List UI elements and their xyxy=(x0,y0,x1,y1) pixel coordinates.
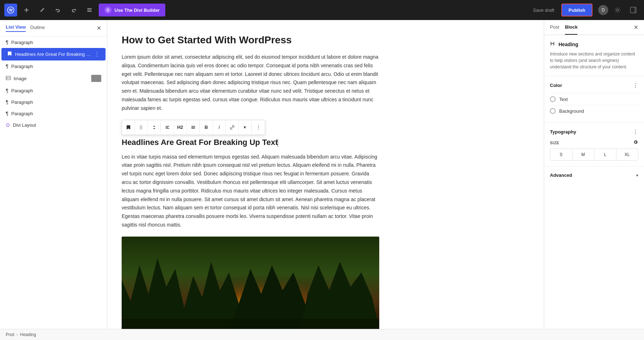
sidebar-item-paragraph-5[interactable]: ¶ Paragraph xyxy=(0,108,107,119)
svg-point-12 xyxy=(140,126,141,126)
sidebar-item-heading[interactable]: Headlines Are Great For Breaking Up T...… xyxy=(1,48,106,60)
heading-block-icon xyxy=(550,41,556,48)
size-l-button[interactable]: L xyxy=(594,149,616,160)
svg-rect-3 xyxy=(24,10,29,10)
toolbar-more-button[interactable]: ⋮ xyxy=(252,120,265,135)
sidebar-item-paragraph-3[interactable]: ¶ Paragraph xyxy=(0,85,107,96)
text-color-radio[interactable] xyxy=(550,96,556,102)
block-toolbar: H2 B I ▾ ⋮ xyxy=(122,120,265,135)
breadcrumb-post-link[interactable]: Post xyxy=(6,332,14,337)
size-buttons-group: S M L XL xyxy=(550,149,638,161)
sidebar-item-divi-layout[interactable]: ⊙ Divi Layout xyxy=(0,119,107,131)
size-s-button[interactable]: S xyxy=(550,149,572,160)
divi-layout-icon: ⊙ xyxy=(6,122,10,128)
svg-rect-23 xyxy=(191,128,195,129)
right-panel-close-button[interactable]: ✕ xyxy=(634,24,638,31)
svg-rect-6 xyxy=(87,11,92,12)
body-paragraph-1[interactable]: Lorem ipsum dolor sit amet, consectetur … xyxy=(122,53,379,113)
wp-logo: W xyxy=(4,4,17,16)
size-xl-button[interactable]: XL xyxy=(616,149,638,160)
sidebar-close-button[interactable]: ✕ xyxy=(97,25,101,31)
list-view-button[interactable] xyxy=(83,4,96,16)
typography-title: Typography xyxy=(550,129,576,135)
color-section-title: Color xyxy=(550,83,562,88)
user-avatar: D xyxy=(598,5,608,15)
block-header: Heading xyxy=(550,41,638,48)
advanced-section: Advanced ▾ xyxy=(544,167,644,184)
sidebar-item-label: Paragraph xyxy=(11,88,101,93)
toolbar-move-button[interactable] xyxy=(148,120,161,135)
typography-more-button[interactable]: ⋮ xyxy=(633,128,638,135)
color-more-button[interactable]: ⋮ xyxy=(633,82,638,89)
advanced-title: Advanced xyxy=(550,173,572,178)
sidebar-item-label: Paragraph xyxy=(11,99,101,105)
size-m-button[interactable]: M xyxy=(572,149,595,160)
toolbar-chevron-button[interactable]: ▾ xyxy=(239,120,252,135)
background-color-row[interactable]: Background xyxy=(550,105,638,117)
size-label: SIZE xyxy=(550,140,638,146)
svg-rect-21 xyxy=(191,126,195,127)
svg-rect-4 xyxy=(87,8,92,9)
paragraph-icon: ¶ xyxy=(6,63,9,69)
block-info-section: Heading Introduce new sections and organ… xyxy=(544,35,644,76)
size-reset-button[interactable] xyxy=(633,140,638,146)
panel-toggle-button[interactable] xyxy=(627,4,640,16)
divi-builder-button[interactable]: D Use The Divi Builder xyxy=(99,4,165,16)
color-section-header: Color ⋮ xyxy=(550,82,638,89)
sidebar-item-label: Paragraph xyxy=(11,40,101,45)
advanced-section-header[interactable]: Advanced ▾ xyxy=(550,173,638,178)
save-draft-button[interactable]: Save draft xyxy=(529,8,558,13)
forest-image-bg xyxy=(122,237,379,329)
breadcrumb-heading: Heading xyxy=(20,332,36,337)
svg-rect-5 xyxy=(87,10,92,10)
body-paragraph-2[interactable]: Leo in vitae turpis massa sed elementum … xyxy=(122,153,379,229)
svg-rect-20 xyxy=(166,128,169,129)
breadcrumb-separator: › xyxy=(16,332,18,337)
sidebar-item-paragraph-2[interactable]: ¶ Paragraph xyxy=(0,60,107,72)
toolbar-italic-button[interactable]: I xyxy=(213,120,226,135)
svg-text:W: W xyxy=(9,8,13,12)
heading-block[interactable]: Headlines Are Great For Breaking Up Text xyxy=(122,138,379,147)
post-image xyxy=(122,237,379,329)
svg-point-13 xyxy=(140,127,141,128)
toolbar-drag-button[interactable] xyxy=(135,120,148,135)
sidebar-item-label: Paragraph xyxy=(11,111,101,116)
more-options-icon[interactable]: ⋮ xyxy=(94,51,100,58)
toolbar-align-button[interactable] xyxy=(161,120,174,135)
toolbar-bookmark-button[interactable] xyxy=(122,120,135,135)
sidebar-item-paragraph-4[interactable]: ¶ Paragraph xyxy=(0,96,107,108)
paragraph-icon: ¶ xyxy=(6,39,9,45)
sidebar-item-label: Image xyxy=(14,76,88,81)
add-block-button[interactable] xyxy=(20,4,33,16)
undo-button[interactable] xyxy=(52,4,64,16)
edit-button[interactable] xyxy=(36,4,49,16)
sidebar-item-paragraph-1[interactable]: ¶ Paragraph xyxy=(0,37,107,48)
sidebar-item-label: Paragraph xyxy=(11,64,101,69)
toolbar-h2-button[interactable]: H2 xyxy=(174,120,187,135)
toolbar-text-align-button[interactable] xyxy=(187,120,200,135)
publish-button[interactable]: Publish xyxy=(561,4,592,16)
sidebar-tab-outline[interactable]: Outline xyxy=(30,25,45,31)
svg-point-7 xyxy=(616,9,619,11)
paragraph-icon: ¶ xyxy=(6,99,9,105)
svg-rect-19 xyxy=(166,127,168,128)
toolbar-bold-button[interactable]: B xyxy=(200,120,213,135)
svg-point-17 xyxy=(141,128,142,129)
sidebar-item-image[interactable]: Image xyxy=(0,72,107,85)
svg-point-15 xyxy=(141,126,142,126)
content-area[interactable]: How to Get Started With WordPress Lorem … xyxy=(107,20,544,329)
sidebar-tab-listview[interactable]: List View xyxy=(6,24,26,32)
text-color-row[interactable]: Text xyxy=(550,93,638,105)
sidebar-items-list: ¶ Paragraph Headlines Are Great For Brea… xyxy=(0,37,107,329)
background-color-radio[interactable] xyxy=(550,108,556,114)
rp-tab-block[interactable]: Block xyxy=(565,20,577,35)
settings-button[interactable] xyxy=(611,4,624,16)
svg-rect-22 xyxy=(191,127,195,128)
divi-btn-label: Use The Divi Builder xyxy=(114,8,160,13)
paragraph-icon: ¶ xyxy=(6,111,9,116)
redo-button[interactable] xyxy=(67,4,80,16)
right-panel-tabs: Post Block ✕ xyxy=(544,20,644,35)
toolbar-link-button[interactable] xyxy=(226,120,239,135)
image-icon xyxy=(6,76,11,82)
rp-tab-post[interactable]: Post xyxy=(550,20,559,35)
